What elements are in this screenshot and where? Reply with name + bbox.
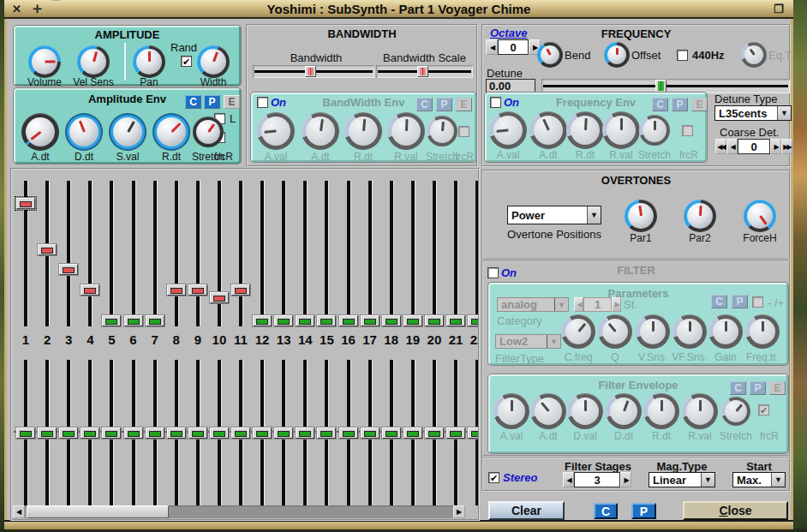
- harmonic-slider[interactable]: [381, 181, 402, 326]
- scroll-right-icon[interactable]: ▶: [453, 505, 465, 518]
- scrollbar-thumb[interactable]: [27, 505, 169, 518]
- knob-par2[interactable]: [684, 200, 716, 232]
- harmonic-slider[interactable]: [209, 181, 230, 326]
- harmonic-slider[interactable]: [360, 360, 380, 505]
- slider-handle[interactable]: [417, 66, 428, 77]
- slider-handle[interactable]: [253, 427, 272, 439]
- knob-d-dt[interactable]: [65, 113, 103, 151]
- slider-handle[interactable]: [231, 284, 250, 296]
- harmonic-slider[interactable]: [58, 181, 79, 326]
- harmonic-slider[interactable]: [316, 181, 337, 326]
- harmonic-slider[interactable]: [381, 360, 402, 505]
- slider-handle[interactable]: [146, 427, 164, 439]
- harmonic-slider[interactable]: [188, 181, 208, 326]
- harmonic-slider[interactable]: [273, 181, 294, 326]
- slider-handle[interactable]: [102, 427, 121, 439]
- overtone-positions-select[interactable]: Power ▼: [507, 206, 601, 224]
- slider-handle[interactable]: [404, 315, 422, 326]
- harmonic-slider[interactable]: [295, 181, 315, 326]
- coarse-detune-decrement-button[interactable]: ◀: [726, 139, 738, 154]
- harmonic-slider[interactable]: [316, 360, 337, 505]
- slider-handle[interactable]: [210, 427, 229, 439]
- knob-bend[interactable]: [537, 42, 563, 68]
- harmonic-slider[interactable]: [58, 360, 79, 505]
- harmonic-slider[interactable]: [37, 181, 57, 326]
- slider-handle[interactable]: [446, 427, 465, 439]
- c-button[interactable]: C: [185, 95, 201, 109]
- octave-decrement-button[interactable]: ◀: [486, 39, 498, 55]
- knob-vel-sens[interactable]: [77, 45, 110, 78]
- detune-type-select[interactable]: L35cents ▼: [714, 105, 792, 121]
- slider-handle[interactable]: [425, 315, 444, 326]
- slider-handle[interactable]: [81, 427, 99, 439]
- close-button[interactable]: Close: [683, 501, 788, 520]
- harmonic-slider[interactable]: [37, 360, 57, 505]
- slider-handle[interactable]: [59, 264, 78, 275]
- knob-forceh[interactable]: [744, 200, 776, 232]
- harmonics-scrollbar[interactable]: ◀ ▶: [13, 505, 465, 518]
- harmonic-slider[interactable]: [230, 360, 251, 505]
- filter-on-checkbox[interactable]: [487, 267, 499, 278]
- knob-pan[interactable]: [133, 45, 165, 78]
- harmonic-slider[interactable]: [445, 360, 466, 505]
- harmonic-slider[interactable]: [145, 360, 165, 505]
- paste-button[interactable]: P: [631, 503, 656, 519]
- harmonic-slider[interactable]: [101, 360, 122, 505]
- harmonic-slider[interactable]: [403, 181, 423, 326]
- coarse-detune-value[interactable]: 0: [738, 139, 770, 154]
- octave-value[interactable]: 0: [498, 39, 529, 55]
- harmonic-slider[interactable]: [252, 181, 272, 326]
- knob-r-dt[interactable]: [152, 113, 190, 151]
- filter-stages-decrement-button[interactable]: ◀: [563, 472, 574, 487]
- slider-handle[interactable]: [339, 427, 358, 439]
- e-button[interactable]: E: [224, 95, 240, 109]
- knob-volume[interactable]: [28, 45, 61, 78]
- slider-handle[interactable]: [655, 80, 667, 93]
- mag-type-select[interactable]: Linear ▼: [649, 472, 715, 487]
- knob-offset[interactable]: [604, 42, 630, 68]
- slider-handle[interactable]: [59, 427, 78, 439]
- rand-checkbox[interactable]: ✔: [181, 56, 192, 67]
- slider-handle[interactable]: [16, 198, 35, 209]
- slider-handle[interactable]: [339, 315, 358, 326]
- title-bar[interactable]: ✕ ✛ ▔ ❐ Yoshimi : SubSynth - Part 1 Voya…: [4, 0, 793, 19]
- coarse-detune-fast-increment-button[interactable]: ▶▶: [781, 139, 792, 154]
- harmonic-slider[interactable]: [467, 360, 480, 505]
- harmonic-slider[interactable]: [360, 181, 380, 326]
- frequency-env-on-checkbox[interactable]: [490, 97, 501, 108]
- bandwidth-env-on-checkbox[interactable]: [257, 97, 268, 108]
- slider-handle[interactable]: [404, 427, 422, 439]
- harmonic-slider[interactable]: [338, 181, 359, 326]
- slider-handle[interactable]: [146, 315, 164, 326]
- harmonic-slider[interactable]: [166, 181, 187, 326]
- slider-handle[interactable]: [468, 315, 480, 326]
- harmonic-slider[interactable]: [123, 360, 144, 505]
- slider-handle[interactable]: [188, 427, 207, 439]
- stereo-checkbox[interactable]: ✔: [488, 472, 499, 483]
- harmonic-slider[interactable]: [403, 360, 423, 505]
- slider-handle[interactable]: [188, 284, 207, 296]
- scroll-left-icon[interactable]: ◀: [13, 505, 25, 518]
- knob-width[interactable]: [197, 45, 230, 78]
- slider-handle[interactable]: [124, 427, 143, 439]
- slider-handle[interactable]: [305, 66, 316, 77]
- start-select[interactable]: Max. ▼: [732, 472, 786, 487]
- slider-handle[interactable]: [425, 427, 444, 439]
- coarse-detune-fast-decrement-button[interactable]: ◀◀: [715, 139, 726, 154]
- p-button[interactable]: P: [204, 95, 220, 109]
- slider-handle[interactable]: [102, 315, 121, 326]
- harmonic-slider[interactable]: [424, 181, 445, 326]
- harmonic-slider[interactable]: [273, 360, 294, 505]
- slider-handle[interactable]: [253, 315, 272, 326]
- slider-handle[interactable]: [361, 427, 380, 439]
- slider-handle[interactable]: [16, 427, 35, 439]
- slider-handle[interactable]: [210, 292, 229, 303]
- slider-handle[interactable]: [231, 427, 250, 439]
- slider-handle[interactable]: [274, 315, 293, 326]
- harmonic-slider[interactable]: [338, 360, 359, 505]
- knob-par1[interactable]: [625, 200, 657, 232]
- harmonic-slider[interactable]: [101, 181, 122, 326]
- harmonic-slider[interactable]: [445, 181, 466, 326]
- harmonic-slider[interactable]: [15, 360, 36, 505]
- slider-handle[interactable]: [317, 315, 336, 326]
